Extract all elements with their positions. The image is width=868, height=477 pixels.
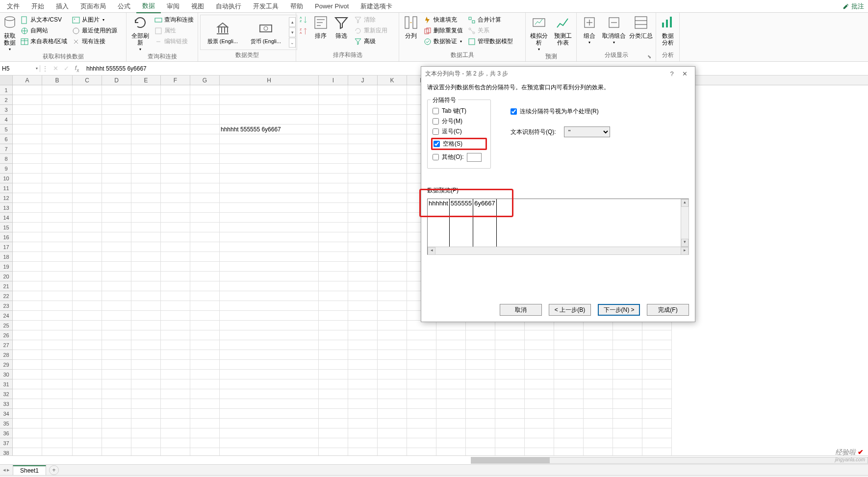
cell[interactable] bbox=[42, 125, 73, 134]
cell[interactable] bbox=[190, 379, 220, 389]
cell[interactable] bbox=[220, 311, 319, 321]
cell[interactable] bbox=[73, 134, 102, 144]
sheet-nav[interactable]: ◂▸ bbox=[0, 467, 13, 473]
cell[interactable] bbox=[642, 370, 672, 379]
row-header[interactable]: 33 bbox=[0, 399, 13, 409]
cell[interactable] bbox=[348, 115, 378, 125]
cell[interactable] bbox=[102, 144, 131, 154]
cell[interactable] bbox=[131, 85, 161, 95]
cell[interactable] bbox=[73, 301, 102, 311]
cell[interactable]: hhhhht 555555 6y6667 bbox=[220, 125, 319, 134]
sort-button[interactable]: 排序 bbox=[311, 14, 331, 40]
comma-checkbox[interactable]: 逗号(C) bbox=[433, 127, 485, 136]
data-types-gallery[interactable]: 股票 (Engli... 货币 (Engli... ▴▾⌄ bbox=[200, 15, 297, 50]
cell[interactable] bbox=[102, 419, 131, 428]
cell[interactable] bbox=[407, 340, 436, 350]
cell[interactable] bbox=[190, 419, 220, 428]
tab-layout[interactable]: 页面布局 bbox=[75, 0, 112, 13]
cell[interactable] bbox=[319, 350, 348, 360]
cell[interactable] bbox=[525, 409, 554, 419]
row-header[interactable]: 9 bbox=[0, 164, 13, 174]
cell[interactable] bbox=[220, 134, 319, 144]
cell[interactable] bbox=[102, 370, 131, 379]
stocks-type-button[interactable]: 股票 (Engli... bbox=[202, 19, 244, 46]
text-qualifier-select[interactable]: " bbox=[564, 126, 610, 137]
cell[interactable] bbox=[73, 330, 102, 340]
subtotal-button[interactable]: 分类汇总 bbox=[628, 14, 654, 40]
cell[interactable] bbox=[348, 281, 378, 291]
row-header[interactable]: 29 bbox=[0, 360, 13, 370]
cell[interactable] bbox=[190, 272, 220, 281]
cell[interactable] bbox=[42, 85, 73, 95]
cell[interactable] bbox=[161, 183, 190, 193]
cell[interactable] bbox=[319, 105, 348, 115]
column-header-I[interactable]: I bbox=[319, 75, 348, 85]
cell[interactable] bbox=[73, 232, 102, 242]
row-header[interactable]: 15 bbox=[0, 223, 13, 232]
cell[interactable] bbox=[13, 223, 42, 232]
cell[interactable] bbox=[319, 438, 348, 448]
cell[interactable] bbox=[190, 262, 220, 272]
cell[interactable] bbox=[73, 144, 102, 154]
row-header[interactable]: 35 bbox=[0, 419, 13, 428]
cell[interactable] bbox=[13, 272, 42, 281]
dialog-title-bar[interactable]: 文本分列向导 - 第 2 步，共 3 步 ? ✕ bbox=[421, 67, 695, 80]
cell[interactable] bbox=[584, 389, 613, 399]
cell[interactable] bbox=[161, 232, 190, 242]
cell[interactable] bbox=[13, 389, 42, 399]
cell[interactable] bbox=[161, 340, 190, 350]
cell[interactable] bbox=[642, 428, 672, 438]
cell[interactable] bbox=[13, 448, 42, 455]
cell[interactable] bbox=[495, 330, 525, 340]
cell[interactable] bbox=[73, 379, 102, 389]
cell[interactable] bbox=[13, 134, 42, 144]
cell[interactable] bbox=[13, 242, 42, 252]
what-if-button[interactable]: 模拟分析 ▾ bbox=[528, 14, 551, 52]
cell[interactable] bbox=[436, 389, 466, 399]
chevron-down-icon[interactable]: ▾ bbox=[36, 66, 38, 71]
cell[interactable] bbox=[525, 340, 554, 350]
cell[interactable] bbox=[131, 115, 161, 125]
cell[interactable] bbox=[161, 272, 190, 281]
cell[interactable] bbox=[42, 232, 73, 242]
cell[interactable] bbox=[102, 154, 131, 164]
cell[interactable] bbox=[348, 360, 378, 370]
cell[interactable] bbox=[319, 154, 348, 164]
cell[interactable] bbox=[190, 389, 220, 399]
cell[interactable] bbox=[407, 399, 436, 409]
cell[interactable] bbox=[642, 330, 672, 340]
cell[interactable] bbox=[190, 360, 220, 370]
cell[interactable] bbox=[436, 448, 466, 455]
cell[interactable] bbox=[73, 223, 102, 232]
cell[interactable] bbox=[161, 95, 190, 105]
cell[interactable] bbox=[73, 409, 102, 419]
cell[interactable] bbox=[161, 115, 190, 125]
cell[interactable] bbox=[73, 272, 102, 281]
cell[interactable] bbox=[319, 291, 348, 301]
cell[interactable] bbox=[13, 105, 42, 115]
cell[interactable] bbox=[348, 448, 378, 455]
cell[interactable] bbox=[102, 360, 131, 370]
cell[interactable] bbox=[407, 419, 436, 428]
cell[interactable] bbox=[161, 252, 190, 262]
cell[interactable] bbox=[378, 379, 407, 389]
cell[interactable] bbox=[190, 321, 220, 330]
cell[interactable] bbox=[378, 389, 407, 399]
cell[interactable] bbox=[131, 223, 161, 232]
row-header[interactable]: 37 bbox=[0, 438, 13, 448]
cell[interactable] bbox=[378, 428, 407, 438]
row-header[interactable]: 14 bbox=[0, 213, 13, 223]
cell[interactable] bbox=[378, 281, 407, 291]
cell[interactable] bbox=[220, 321, 319, 330]
cell[interactable] bbox=[319, 340, 348, 350]
cell[interactable] bbox=[378, 370, 407, 379]
consolidate-button[interactable]: 合并计算 bbox=[466, 15, 515, 25]
cell[interactable] bbox=[13, 154, 42, 164]
cell[interactable] bbox=[13, 428, 42, 438]
cell[interactable] bbox=[495, 379, 525, 389]
cell[interactable] bbox=[378, 203, 407, 213]
cell[interactable] bbox=[642, 419, 672, 428]
cell[interactable] bbox=[613, 428, 642, 438]
cell[interactable] bbox=[161, 330, 190, 340]
cell[interactable] bbox=[348, 350, 378, 360]
